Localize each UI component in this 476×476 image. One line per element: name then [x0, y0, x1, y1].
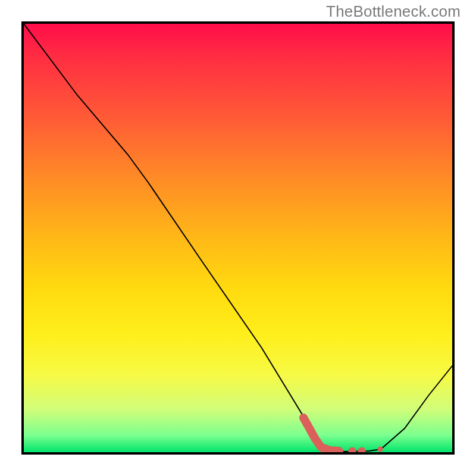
chart-frame: TheBottleneck.com	[0, 0, 476, 476]
svg-point-2	[377, 446, 383, 452]
watermark-text: TheBottleneck.com	[326, 2, 461, 21]
chart-svg	[24, 24, 452, 452]
svg-point-1	[358, 447, 366, 453]
plot-area	[21, 21, 455, 455]
svg-point-0	[349, 447, 356, 453]
highlight-solid	[303, 418, 339, 451]
bottleneck-curve	[24, 24, 452, 452]
